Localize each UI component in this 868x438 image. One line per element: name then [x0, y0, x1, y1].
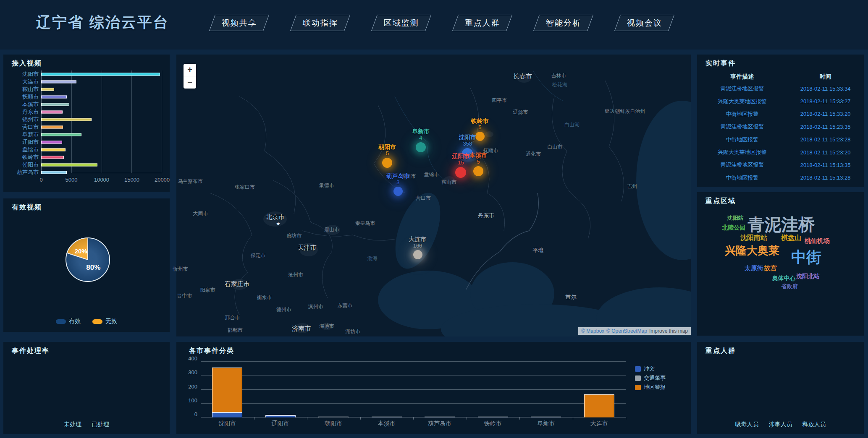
- key-area-word[interactable]: 沈阳北站: [796, 273, 820, 280]
- map-place-label: 忻州市: [173, 265, 188, 272]
- attribution-text: Improve this map: [649, 328, 688, 334]
- event-description[interactable]: 青泥洼桥地区报警: [697, 85, 787, 92]
- legend-label-涉事人员[interactable]: 涉事人员: [769, 421, 792, 428]
- nav-button-label: 视频共享: [222, 18, 257, 29]
- city-events-bar: [372, 417, 402, 417]
- map-place-label: 天津市: [298, 244, 317, 252]
- map-place-label: 延边朝鲜族自治州: [605, 107, 645, 115]
- realtime-event-row: 青泥洼桥地区报警2018-02-11 15:23:35: [697, 120, 864, 133]
- map-place-label: 秦皇岛市: [355, 220, 375, 227]
- legend-item-冲突[interactable]: 冲突: [635, 365, 666, 373]
- city-events-bar: [425, 417, 455, 417]
- panel-key-areas: 重点区域 沈阳站北陵公园青泥洼桥沈阳南站棋盘山桃仙机场兴隆大奥莱中街太原街故宫奥…: [697, 192, 864, 336]
- map-place-label: 渤海: [367, 255, 378, 262]
- map-place-label: 保定市: [251, 252, 266, 259]
- nav-button-label: 重点人群: [465, 18, 500, 29]
- key-area-word[interactable]: 北陵公园: [722, 224, 745, 232]
- legend-label-释放人员[interactable]: 释放人员: [802, 421, 826, 428]
- access-chart-track: [41, 154, 162, 161]
- city-events-bar: [531, 417, 561, 417]
- access-chart-bar: [41, 156, 64, 159]
- city-events-segment-冲突: [372, 417, 402, 417]
- map[interactable]: 乌兰察布市张家口市承德市大同市北京市★廊坊市唐山市秦皇岛市天津市保定市沧州市忻州…: [176, 55, 691, 336]
- event-description[interactable]: 中街地区报警: [697, 110, 787, 118]
- access-chart-bar: [41, 111, 63, 114]
- attribution-link[interactable]: © Mapbox: [581, 328, 604, 334]
- access-chart-track: [41, 161, 162, 169]
- event-description[interactable]: 中街地区报警: [697, 136, 787, 143]
- legend-label-未处理[interactable]: 未处理: [64, 421, 81, 428]
- city-events-xtick: [467, 417, 467, 420]
- legend-swatch: [56, 319, 66, 324]
- key-areas-title: 重点区域: [705, 197, 736, 206]
- map-place-label: 大同市: [193, 210, 208, 217]
- access-chart-xtick: 15000: [124, 177, 139, 183]
- key-area-word[interactable]: 奥体中心: [772, 275, 795, 282]
- key-area-word[interactable]: 棋盘山: [781, 234, 801, 242]
- marker-event-count: 358: [438, 141, 497, 147]
- legend-item-无效[interactable]: 无效: [92, 318, 117, 325]
- realtime-event-row: 兴隆大奥莱地区报警2018-02-11 15:33:27: [697, 95, 864, 107]
- event-description[interactable]: 中街地区报警: [697, 174, 787, 182]
- city-events-category-label: 铁岭市: [484, 420, 502, 428]
- zoom-out-button[interactable]: −: [184, 76, 196, 89]
- city-events-xtick: [573, 417, 573, 420]
- key-area-word[interactable]: 沈阳南站: [740, 234, 767, 242]
- legend-label-已处理[interactable]: 已处理: [92, 421, 109, 428]
- marker-event-count: 3: [369, 179, 427, 185]
- map-attribution: © Mapbox© OpenStreetMapImprove this map: [578, 327, 691, 335]
- key-area-word[interactable]: 省政府: [781, 283, 798, 290]
- legend-label-吸毒人员[interactable]: 吸毒人员: [735, 421, 759, 428]
- city-events-gridline: [201, 361, 626, 362]
- nav-button-label: 视频会议: [627, 18, 662, 29]
- event-description[interactable]: 青泥洼桥地区报警: [697, 161, 787, 169]
- event-description[interactable]: 青泥洼桥地区报警: [697, 123, 787, 130]
- city-events-category-label: 阜新市: [537, 420, 555, 428]
- nav-button-video-conference[interactable]: 视频会议: [614, 15, 674, 31]
- page-title: 辽宁省 综治云平台: [36, 13, 169, 32]
- key-area-word[interactable]: 沈阳站: [727, 214, 744, 222]
- realtime-column-header: 事件描述: [697, 73, 787, 81]
- city-events-ytick: 300: [188, 369, 197, 375]
- legend-label: 地区警报: [644, 383, 666, 391]
- map-place-label: 晋中市: [177, 292, 192, 299]
- legend-item-地区警报[interactable]: 地区警报: [635, 383, 666, 391]
- nav-button-key-groups[interactable]: 重点人群: [452, 15, 512, 31]
- access-chart-city-label: 盘锦市: [12, 146, 41, 154]
- key-area-word[interactable]: 桃仙机场: [805, 237, 830, 245]
- nav-button-smart-analysis[interactable]: 智能分析: [533, 15, 593, 31]
- legend-item-交通肇事[interactable]: 交通肇事: [635, 374, 666, 382]
- marker-event-count: 166: [388, 242, 447, 249]
- access-chart-row: 朝阳市: [12, 161, 162, 169]
- event-rate-title: 事件处理率: [12, 347, 50, 355]
- key-area-word[interactable]: 兴隆大奥莱: [725, 243, 779, 258]
- panel-key-groups: 重点人群 吸毒人员涉事人员释放人员: [697, 342, 864, 434]
- map-place-label: 承德市: [319, 182, 334, 189]
- access-chart-city-label: 铁岭市: [12, 154, 41, 161]
- access-chart-city-label: 丹东市: [12, 108, 41, 116]
- legend-swatch: [92, 319, 102, 324]
- key-area-word[interactable]: 太原街: [744, 264, 763, 272]
- nav-button-video-share[interactable]: 视频共享: [209, 15, 269, 31]
- access-chart-track: [41, 146, 162, 154]
- event-description[interactable]: 兴隆大奥莱地区报警: [697, 98, 787, 105]
- legend-label: 冲突: [644, 365, 655, 373]
- access-chart-bar: [41, 149, 66, 151]
- key-area-word[interactable]: 青泥洼桥: [747, 213, 815, 236]
- access-chart-city-label: 辽阳市: [12, 138, 41, 146]
- event-description[interactable]: 兴隆大奥莱地区报警: [697, 149, 787, 156]
- map-place-label: 乌兰察布市: [178, 177, 203, 185]
- access-chart-xaxis: 05000100001500020000: [41, 177, 162, 183]
- nav-button-joint-command[interactable]: 联动指挥: [290, 15, 350, 31]
- legend-item-有效[interactable]: 有效: [56, 318, 81, 325]
- city-events-segment-冲突: [425, 417, 455, 417]
- map-place-label: 长春市: [513, 73, 532, 81]
- key-area-word[interactable]: 故宫: [764, 264, 777, 272]
- realtime-events-header: 事件描述时间: [697, 73, 864, 81]
- marker-event-count: 15: [431, 159, 490, 166]
- key-area-word[interactable]: 中街: [791, 247, 821, 268]
- attribution-link[interactable]: © OpenStreetMap: [606, 328, 647, 334]
- marker-city-name: 辽阳市: [431, 153, 490, 159]
- nav-button-area-monitor[interactable]: 区域监测: [371, 15, 431, 31]
- zoom-in-button[interactable]: +: [184, 64, 196, 76]
